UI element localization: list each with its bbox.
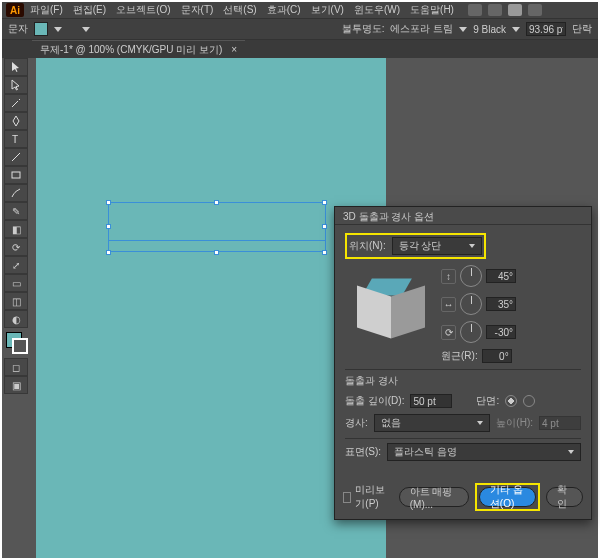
font-weight[interactable]: 9 Black (473, 24, 506, 35)
tab-close-icon[interactable]: × (231, 44, 237, 55)
document-tab[interactable]: 무제-1* @ 100% (CMYK/GPU 미리 보기) × (32, 40, 245, 59)
dialog-title: 3D 돌출과 경사 옵션 (335, 207, 591, 225)
menu-select[interactable]: 선택(S) (219, 3, 260, 17)
preview-checkbox[interactable] (343, 492, 351, 503)
fill-stroke-control[interactable] (4, 332, 30, 358)
cap-label: 단면: (476, 394, 499, 408)
bevel-value: 없음 (381, 416, 401, 430)
chevron-down-icon (477, 421, 483, 425)
selection-tool[interactable] (4, 58, 28, 76)
axis-x-icon: ↕ (441, 269, 456, 284)
selection-handle[interactable] (322, 250, 327, 255)
menu-file[interactable]: 파일(F) (26, 3, 67, 17)
dialog-3d-extrude: 3D 돌출과 경사 옵션 위치(N): 등각 상단 (334, 206, 592, 520)
rectangle-tool[interactable] (4, 166, 28, 184)
axis-y-icon: ↔ (441, 297, 456, 312)
opacity-label: 불투명도: (342, 22, 385, 36)
font-size-input[interactable] (526, 22, 566, 36)
height-input (539, 416, 581, 430)
direct-selection-tool[interactable] (4, 76, 28, 94)
menubar: Ai 파일(F) 편집(E) 오브젝트(O) 문자(T) 선택(S) 효과(C)… (2, 2, 598, 18)
fill-dropdown-icon[interactable] (54, 27, 62, 32)
selection-handle[interactable] (214, 200, 219, 205)
selection-handle[interactable] (106, 224, 111, 229)
cap-off[interactable] (523, 395, 535, 407)
profile-dropdown-icon[interactable] (459, 27, 467, 32)
bevel-label: 경사: (345, 416, 368, 430)
arrange-icon[interactable] (508, 4, 522, 16)
width-tool[interactable]: ▭ (4, 274, 28, 292)
ok-button[interactable]: 확인 (546, 487, 583, 507)
rotate-tool[interactable]: ⟳ (4, 238, 28, 256)
bevel-select[interactable]: 없음 (374, 414, 491, 432)
weight-dropdown-icon[interactable] (512, 27, 520, 32)
menu-type[interactable]: 문자(T) (177, 3, 218, 17)
workspace-icon[interactable] (488, 4, 502, 16)
control-bar: 문자 불투명도: 에스포라 트림 9 Black 단락 (2, 18, 598, 40)
z-dial[interactable] (460, 321, 482, 343)
art-mapping-button[interactable]: 아트 매핑(M)... (399, 487, 469, 507)
position-value: 등각 상단 (399, 239, 442, 253)
menu-effect[interactable]: 효과(C) (263, 3, 305, 17)
app-logo-icon: Ai (6, 3, 24, 17)
shaper-tool[interactable]: ✎ (4, 202, 28, 220)
more-options-button[interactable]: 기타 옵션(O) (479, 487, 537, 507)
selection-handle[interactable] (322, 200, 327, 205)
line-tool[interactable] (4, 148, 28, 166)
shape-builder-tool[interactable]: ◐ (4, 310, 28, 328)
depth-label: 돌출 깊이(D): (345, 394, 404, 408)
selection-handle[interactable] (106, 200, 111, 205)
chevron-down-icon (568, 450, 574, 454)
selection-handle[interactable] (322, 224, 327, 229)
z-angle-input[interactable] (486, 325, 516, 339)
selection-handle[interactable] (214, 250, 219, 255)
search-icon[interactable] (528, 4, 542, 16)
surface-select[interactable]: 플라스틱 음영 (387, 443, 581, 461)
section-label: 돌출과 경사 (345, 374, 581, 388)
height-label: 높이(H): (496, 416, 533, 430)
menu-object[interactable]: 오브젝트(O) (112, 3, 174, 17)
eraser-tool[interactable]: ◧ (4, 220, 28, 238)
preview-label: 미리보기(P) (355, 483, 392, 511)
stroke-dropdown-icon[interactable] (82, 27, 90, 32)
home-icon[interactable] (468, 4, 482, 16)
position-select[interactable]: 등각 상단 (392, 237, 482, 255)
selection-handle[interactable] (106, 250, 111, 255)
dialog-footer: 미리보기(P) 아트 매핑(M)... 기타 옵션(O) 확인 (335, 475, 591, 519)
surface-value: 플라스틱 음영 (394, 445, 457, 459)
position-label: 위치(N): (349, 239, 386, 253)
brush-tool[interactable] (4, 184, 28, 202)
cube-preview[interactable] (345, 269, 435, 359)
menu-window[interactable]: 윈도우(W) (350, 3, 404, 17)
perspective-label: 원근(R): (441, 349, 478, 363)
magic-wand-tool[interactable] (4, 94, 28, 112)
control-label: 문자 (8, 22, 28, 36)
svg-rect-1 (12, 172, 20, 178)
stroke-color-icon[interactable] (12, 338, 28, 354)
type-tool[interactable]: T (4, 130, 28, 148)
y-dial[interactable] (460, 293, 482, 315)
perspective-input[interactable] (482, 349, 512, 363)
app-window: Ai 파일(F) 편집(E) 오브젝트(O) 문자(T) 선택(S) 효과(C)… (2, 2, 598, 558)
pen-tool[interactable] (4, 112, 28, 130)
depth-input[interactable] (410, 394, 452, 408)
selected-rectangle[interactable] (108, 202, 326, 252)
scale-tool[interactable]: ⤢ (4, 256, 28, 274)
x-dial[interactable] (460, 265, 482, 287)
screen-mode[interactable]: ▣ (4, 376, 28, 394)
document-tabs: 무제-1* @ 100% (CMYK/GPU 미리 보기) × (2, 40, 598, 58)
menu-help[interactable]: 도움말(H) (406, 3, 458, 17)
position-highlight: 위치(N): 등각 상단 (345, 233, 486, 259)
cap-on[interactable] (505, 395, 517, 407)
menu-edit[interactable]: 편집(E) (69, 3, 110, 17)
menu-view[interactable]: 보기(V) (307, 3, 348, 17)
fill-swatch[interactable] (34, 22, 48, 36)
chevron-down-icon (469, 244, 475, 248)
x-angle-input[interactable] (486, 269, 516, 283)
draw-mode-normal[interactable]: ◻ (4, 358, 28, 376)
svg-text:T: T (12, 134, 18, 145)
paragraph-label[interactable]: 단락 (572, 22, 592, 36)
stroke-profile[interactable]: 에스포라 트림 (390, 22, 453, 36)
free-transform-tool[interactable]: ◫ (4, 292, 28, 310)
y-angle-input[interactable] (486, 297, 516, 311)
